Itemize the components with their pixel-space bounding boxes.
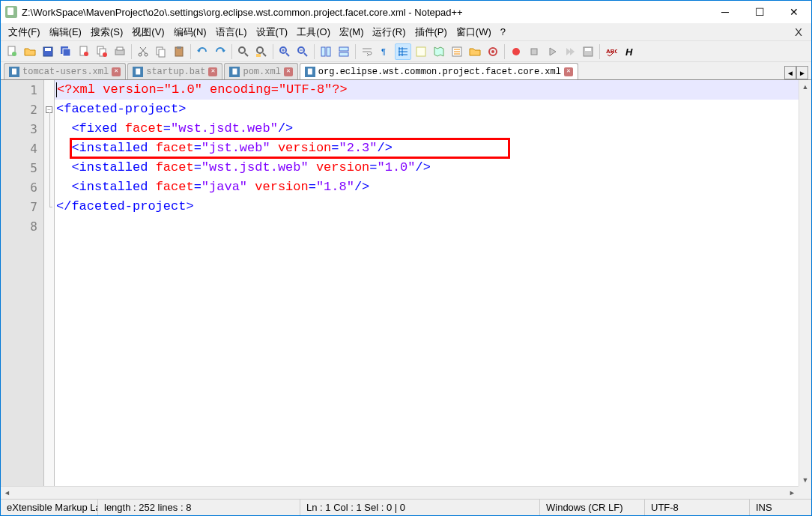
status-position: Ln : 1 Col : 1 Sel : 0 | 0 (300, 500, 540, 515)
file-icon (229, 67, 240, 77)
monitor-icon[interactable] (485, 43, 501, 60)
svg-rect-34 (531, 49, 537, 55)
status-encoding[interactable]: UTF-8 (645, 500, 750, 515)
record-macro-icon[interactable] (508, 43, 524, 60)
scroll-down-icon[interactable]: ▼ (799, 473, 811, 486)
svg-text:H: H (625, 46, 633, 58)
tab-label: org.eclipse.wst.common.project.facet.cor… (318, 67, 561, 77)
svg-point-13 (139, 53, 142, 56)
window-title: Z:\WorkSpace\MavenProject\o2o\.settings\… (22, 7, 708, 18)
status-length: length : 252 lines : 8 (98, 500, 300, 515)
svg-rect-3 (45, 48, 51, 51)
menu-close-icon[interactable]: X (789, 25, 808, 38)
minimize-button[interactable]: ─ (708, 1, 742, 23)
paste-icon[interactable] (171, 43, 187, 60)
menu-file[interactable]: 文件(F) (4, 24, 45, 40)
menu-language[interactable]: 语言(L) (211, 24, 252, 40)
tab-close-icon[interactable]: ✕ (112, 67, 121, 76)
tab-tomcat-users[interactable]: tomcat-users.xml ✕ (4, 63, 126, 79)
show-all-chars-icon[interactable]: ¶ (377, 43, 393, 60)
find-icon[interactable] (235, 43, 252, 60)
svg-rect-21 (256, 54, 261, 57)
cut-icon[interactable] (135, 43, 151, 60)
scroll-up-icon[interactable]: ▲ (799, 80, 811, 93)
menu-encoding[interactable]: 编码(N) (169, 24, 211, 40)
line-number: 3 (1, 119, 43, 139)
doc-map-icon[interactable] (431, 43, 447, 60)
open-file-icon[interactable] (22, 43, 38, 60)
ud-lang-icon[interactable] (413, 43, 429, 60)
func-list-icon[interactable] (449, 43, 465, 60)
horizontal-scrollbar[interactable]: ◄ ► (1, 486, 799, 499)
tab-close-icon[interactable]: ✕ (564, 67, 573, 76)
menu-search[interactable]: 搜索(S) (86, 24, 127, 40)
redo-icon[interactable] (212, 43, 228, 60)
scroll-left-icon[interactable]: ◄ (1, 487, 13, 499)
svg-rect-27 (339, 52, 348, 56)
svg-rect-36 (585, 48, 591, 51)
print-icon[interactable] (112, 43, 128, 60)
menu-plugins[interactable]: 插件(P) (410, 24, 452, 40)
svg-rect-16 (159, 49, 165, 57)
tab-next-icon[interactable]: ► (796, 66, 808, 79)
file-icon (9, 67, 19, 77)
tab-facet-core-xml[interactable]: org.eclipse.wst.common.project.facet.cor… (300, 63, 578, 79)
vertical-scrollbar[interactable]: ▲ ▼ (799, 80, 811, 486)
play-macro-icon[interactable] (544, 43, 560, 60)
bold-h-icon[interactable]: H (621, 43, 637, 60)
menu-edit[interactable]: 编辑(E) (45, 24, 86, 40)
svg-point-10 (103, 52, 107, 57)
close-all-icon[interactable] (94, 43, 110, 60)
tab-pom-xml[interactable]: pom.xml ✕ (224, 63, 297, 79)
fold-gutter[interactable]: − (44, 80, 55, 486)
tab-label: pom.xml (243, 67, 280, 77)
line-number: 2 (1, 100, 43, 119)
titlebar[interactable]: Z:\WorkSpace\MavenProject\o2o\.settings\… (1, 1, 811, 23)
play-multi-icon[interactable] (562, 43, 578, 60)
svg-rect-24 (321, 47, 325, 56)
spellcheck-icon[interactable]: ABC (603, 43, 619, 60)
zoom-out-icon[interactable] (294, 43, 311, 60)
svg-rect-25 (327, 47, 330, 56)
copy-icon[interactable] (153, 43, 169, 60)
line-number: 4 (1, 139, 43, 158)
maximize-button[interactable]: ☐ (742, 1, 777, 23)
new-file-icon[interactable] (4, 43, 20, 60)
scroll-right-icon[interactable]: ► (786, 487, 799, 499)
menu-window[interactable]: 窗口(W) (452, 24, 496, 40)
indent-guide-icon[interactable] (395, 43, 411, 60)
svg-point-20 (257, 47, 263, 53)
menu-run[interactable]: 运行(R) (368, 24, 410, 40)
folder-icon[interactable] (467, 43, 483, 60)
status-eol[interactable]: Windows (CR LF) (540, 500, 645, 515)
menu-macro[interactable]: 宏(M) (335, 24, 369, 40)
save-all-icon[interactable] (58, 43, 74, 60)
wordwrap-icon[interactable] (359, 43, 375, 60)
status-filetype: eXtensible Markup La (1, 500, 98, 515)
sync-h-icon[interactable] (336, 43, 352, 60)
undo-icon[interactable] (194, 43, 210, 60)
tab-label: startup.bat (146, 67, 205, 77)
menu-tools[interactable]: 工具(O) (292, 24, 335, 40)
tab-close-icon[interactable]: ✕ (284, 67, 293, 76)
menu-settings[interactable]: 设置(T) (252, 24, 293, 40)
line-number-gutter[interactable]: 1 2 3 4 5 6 7 8 (1, 80, 44, 486)
tab-startup-bat[interactable]: startup.bat ✕ (127, 63, 222, 79)
tab-close-icon[interactable]: ✕ (208, 67, 217, 76)
code-editor[interactable]: <?xml version="1.0" encoding="UTF-8"?> <… (55, 80, 799, 486)
svg-point-19 (239, 47, 245, 53)
close-file-icon[interactable] (76, 43, 92, 60)
zoom-in-icon[interactable] (276, 43, 293, 60)
tab-prev-icon[interactable]: ◄ (784, 66, 796, 79)
close-button[interactable]: ✕ (777, 1, 811, 23)
file-icon (133, 67, 143, 77)
svg-rect-26 (339, 47, 348, 51)
menu-view[interactable]: 视图(V) (127, 24, 169, 40)
replace-icon[interactable] (253, 43, 270, 60)
save-macro-icon[interactable] (580, 43, 596, 60)
sync-v-icon[interactable] (318, 43, 334, 60)
stop-macro-icon[interactable] (526, 43, 542, 60)
save-icon[interactable] (40, 43, 56, 60)
menu-help[interactable]: ? (496, 25, 510, 39)
status-insert-mode[interactable]: INS (750, 500, 811, 515)
